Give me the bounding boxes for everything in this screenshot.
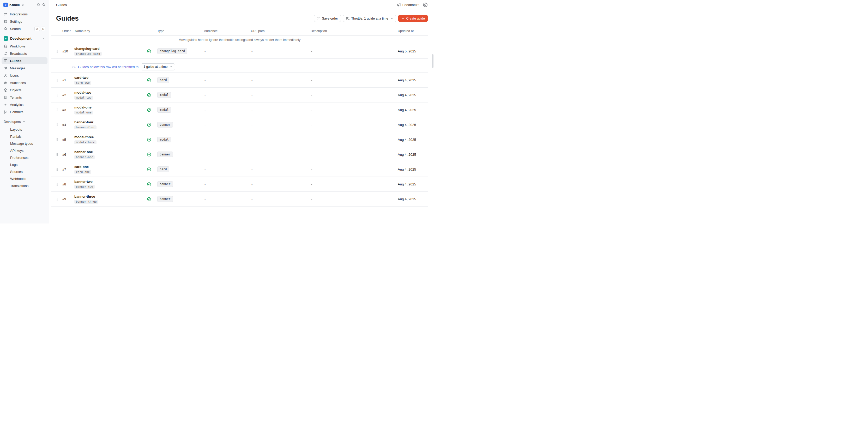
sidebar-item-commits[interactable]: Commits (2, 108, 48, 115)
sidebar-item-objects[interactable]: Objects (2, 87, 48, 93)
page-header: Guides Save order Throttle: 1 guide at a… (49, 10, 434, 26)
main-area: Guides Feedback? Guides Save order Throt… (49, 0, 434, 224)
check-circle-icon (147, 78, 151, 83)
plus-icon (401, 17, 405, 20)
sidebar-item-message-types[interactable]: Message types (6, 140, 48, 147)
sidebar-item-label: Layouts (10, 128, 22, 131)
sidebar-item-layouts[interactable]: Layouts (6, 126, 48, 133)
guide-type-cell: banner (155, 181, 204, 187)
guide-name-key: modal-twomodal-two (74, 91, 146, 100)
guide-audience: - (204, 153, 250, 157)
vertical-scrollbar-thumb[interactable] (432, 54, 433, 68)
sidebar-item-audiences[interactable]: Audiences (2, 79, 48, 86)
section-header-development[interactable]: Development (2, 35, 48, 42)
sidebar-item-label: API keys (10, 149, 24, 153)
drag-handle[interactable] (51, 78, 62, 82)
check-circle-icon (147, 167, 151, 171)
guide-type-badge: banner (157, 152, 173, 157)
throttle-amount-dropdown[interactable]: 1 guide at a time (141, 63, 175, 70)
drag-handle[interactable] (51, 50, 62, 53)
throttle-divider-link[interactable]: Guides below this row will be throttled … (78, 65, 138, 69)
sidebar-item-label: Tenants (10, 95, 22, 99)
guide-row: #7card-onecard-onecard---Aug 4, 2025 (51, 162, 428, 177)
throttle-divider-row: Guides below this row will be throttled … (51, 61, 428, 73)
guide-updated-at: Aug 4, 2025 (397, 167, 428, 171)
guide-order: #6 (62, 153, 74, 157)
feedback-button[interactable]: Feedback? (397, 3, 419, 7)
status-cell (146, 152, 155, 157)
sidebar-item-webhooks[interactable]: Webhooks (6, 175, 48, 182)
save-order-button[interactable]: Save order (314, 15, 341, 22)
guide-key: card-two (74, 81, 91, 85)
sidebar-item-messages[interactable]: Messages (2, 65, 48, 71)
workspace-selector-icon[interactable] (21, 3, 25, 6)
section-label: Development (10, 36, 32, 40)
guide-url-path: - (250, 78, 310, 82)
guide-name: modal-one (74, 105, 146, 109)
sidebar-item-settings[interactable]: Settings (2, 18, 48, 25)
guide-order: #10 (62, 49, 74, 53)
guide-audience: - (204, 197, 250, 201)
create-guide-button[interactable]: Create guide (398, 15, 428, 22)
status-cell (146, 108, 155, 112)
guide-name-key: banner-threebanner-three (74, 195, 146, 204)
sidebar-item-integrations[interactable]: Integrations (2, 11, 48, 18)
sidebar-item-partials[interactable]: Partials (6, 133, 48, 140)
drag-handle-icon (55, 153, 58, 156)
check-circle-icon (147, 123, 151, 127)
sidebar-item-analytics[interactable]: Analytics (2, 101, 48, 108)
section-header-developers[interactable]: Developers (2, 118, 48, 125)
sidebar-item-translations[interactable]: Translations (6, 182, 48, 189)
drag-handle[interactable] (51, 168, 62, 171)
sidebar-item-users[interactable]: Users (2, 72, 48, 79)
status-cell (146, 78, 155, 83)
sidebar-item-preferences[interactable]: Preferences (6, 154, 48, 161)
guide-name-key: changelog-cardchangelog-card (74, 47, 146, 56)
drag-handle[interactable] (51, 93, 62, 97)
sidebar-item-broadcasts[interactable]: Broadcasts (2, 50, 48, 57)
drag-handle[interactable] (51, 197, 62, 201)
sidebar-item-workflows[interactable]: Workflows (2, 43, 48, 50)
status-cell (146, 93, 155, 97)
throttle-dropdown[interactable]: Throttle: 1 guide at a time (343, 15, 397, 22)
sidebar-item-label: Guides (10, 59, 21, 63)
guide-description: - (310, 182, 397, 186)
drag-handle[interactable] (51, 123, 62, 126)
col-header-audience: Audience (204, 29, 250, 33)
sidebar-item-sources[interactable]: Sources (6, 168, 48, 175)
save-order-label: Save order (322, 17, 338, 20)
commits-icon (4, 110, 7, 114)
notifications-bell-icon[interactable] (36, 3, 40, 7)
chevron-down-icon (169, 65, 173, 68)
topbar-right: Feedback? (397, 2, 428, 7)
guide-order: #8 (62, 182, 74, 186)
check-circle-icon (147, 108, 151, 112)
checklist-icon (317, 17, 320, 20)
search-icon[interactable] (42, 3, 46, 7)
shortcut-keys: ⌘K (34, 27, 45, 31)
drag-handle-icon (55, 93, 58, 97)
guide-url-path: - (250, 108, 310, 112)
drag-handle[interactable] (51, 108, 62, 111)
sidebar-item-guides[interactable]: Guides (2, 57, 48, 64)
guide-audience: - (204, 78, 250, 82)
guide-type-cell: banner (155, 122, 204, 128)
drag-handle[interactable] (51, 138, 62, 141)
guide-url-path: - (250, 93, 310, 97)
guide-order: #1 (62, 78, 74, 82)
sidebar-item-tenants[interactable]: Tenants (2, 94, 48, 101)
guide-audience: - (204, 49, 250, 53)
search-icon (4, 27, 7, 31)
key-chip: ⌘ (34, 27, 40, 31)
drag-handle[interactable] (51, 183, 62, 186)
drag-handle[interactable] (51, 153, 62, 156)
user-avatar[interactable] (423, 2, 428, 7)
guide-type-cell: banner (155, 196, 204, 202)
sidebar-item-logs[interactable]: Logs (6, 161, 48, 168)
sidebar-item-search[interactable]: Search⌘K (2, 25, 48, 32)
guide-type-badge: modal (157, 137, 171, 142)
megaphone-icon (397, 3, 401, 7)
sidebar-item-api-keys[interactable]: API keys (6, 147, 48, 154)
guide-key: banner-one (74, 155, 95, 159)
check-circle-icon (147, 182, 151, 187)
